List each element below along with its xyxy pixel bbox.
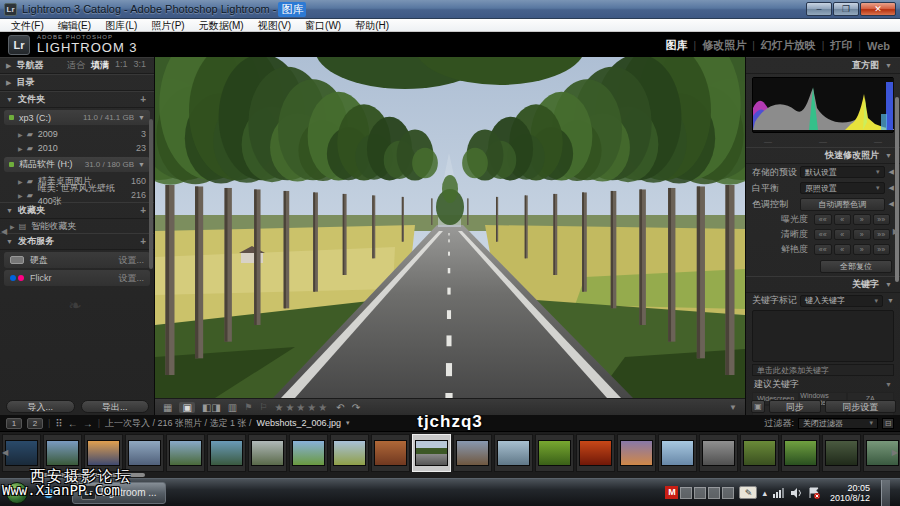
reset-all-button[interactable]: 全部复位 — [820, 260, 892, 273]
volume-row[interactable]: 精品软件 (H:)31.0 / 180 GB▼ — [4, 157, 150, 172]
language-bar-button[interactable] — [680, 487, 692, 499]
navigator-zoom-1:1[interactable]: 1:1 — [115, 59, 128, 72]
filmstrip-thumbnail[interactable] — [289, 434, 328, 472]
survey-view-icon[interactable]: ▥ — [228, 402, 237, 413]
right-panel-scrollbar[interactable] — [895, 97, 899, 282]
restore-button[interactable]: ❐ — [833, 2, 859, 16]
tray-expand-icon[interactable]: ▴ — [762, 488, 767, 498]
auto-tone-button[interactable]: 自动调整色调 — [800, 198, 885, 211]
show-desktop-button[interactable] — [881, 480, 890, 506]
folder-row[interactable]: ▶▰201023 — [0, 141, 154, 155]
catalog-section-header[interactable]: ▶ 目录 — [0, 74, 154, 91]
loupe-view-icon[interactable]: ▣ — [179, 402, 194, 413]
quickdevelop-section-header[interactable]: 快速修改照片 ▼ — [746, 147, 900, 164]
grid-view-icon[interactable]: ▦ — [163, 402, 172, 413]
stepper-button[interactable]: »» — [873, 229, 891, 240]
publish-row-硬盘[interactable]: 硬盘设置... — [4, 252, 150, 268]
stepper-button[interactable]: «« — [814, 214, 832, 225]
left-panel-collapse-icon[interactable]: ◀ — [1, 227, 7, 236]
histogram[interactable] — [752, 77, 894, 133]
expand-triangle-icon[interactable]: ◀ — [889, 168, 894, 176]
expand-triangle-icon[interactable]: ▶ — [18, 178, 23, 185]
keywording-section-header[interactable]: 关键字 ▼ — [746, 276, 900, 293]
filmstrip-thumbnail[interactable] — [699, 434, 738, 472]
expand-triangle-icon[interactable]: ▶ — [18, 192, 23, 199]
filmstrip-thumbnail[interactable] — [781, 434, 820, 472]
menu-item-照片(P)[interactable]: 照片(P) — [144, 19, 191, 32]
speaker-icon[interactable] — [790, 487, 803, 499]
folder-row[interactable]: ▶▰唯美: 世界风光壁纸 400张216 — [0, 188, 154, 202]
language-bar-button[interactable] — [694, 487, 706, 499]
module-tab-幻灯片放映[interactable]: 幻灯片放映 — [761, 38, 816, 53]
filmstrip-thumbnail[interactable] — [617, 434, 656, 472]
minimize-button[interactable]: – — [806, 2, 832, 16]
menu-item-编辑(E)[interactable]: 编辑(E) — [51, 19, 98, 32]
flag-reject-icon[interactable]: ⚐ — [259, 402, 267, 412]
module-tab-修改照片[interactable]: 修改照片 — [702, 38, 746, 53]
stepper-button[interactable]: « — [834, 244, 852, 255]
keyword-entry-area[interactable] — [752, 310, 894, 362]
filmstrip-thumbnail[interactable] — [658, 434, 697, 472]
menu-item-视图(V)[interactable]: 视图(V) — [251, 19, 298, 32]
filmstrip-thumbnail[interactable] — [248, 434, 287, 472]
language-bar-button[interactable] — [722, 487, 734, 499]
expand-triangle-icon[interactable]: ▶ — [10, 223, 15, 230]
filmstrip-thumbnail[interactable] — [207, 434, 246, 472]
module-tab-图库[interactable]: 图库 — [666, 38, 688, 53]
rotate-left-icon[interactable]: ↶ — [336, 402, 344, 413]
filmstrip-thumbnail[interactable] — [371, 434, 410, 472]
publish-section-header[interactable]: ▼ 发布服务 + — [0, 233, 154, 250]
filmstrip-left-arrow-icon[interactable]: ◀ — [2, 448, 8, 457]
filmstrip-thumbnail[interactable] — [166, 434, 205, 472]
module-tab-打印[interactable]: 打印 — [830, 38, 852, 53]
action-center-flag-icon[interactable] — [808, 487, 821, 499]
filmstrip-thumbnail[interactable] — [330, 434, 369, 472]
stepper-button[interactable]: «« — [814, 244, 832, 255]
filmstrip-thumbnail[interactable] — [576, 434, 615, 472]
menu-item-元数据(M)[interactable]: 元数据(M) — [192, 19, 251, 32]
language-bar[interactable]: M — [665, 486, 734, 499]
expand-triangle-icon[interactable]: ▶ — [18, 131, 23, 138]
stepper-button[interactable]: «« — [814, 229, 832, 240]
add-keyword-field[interactable]: 单击此处添加关键字 — [752, 364, 894, 376]
filmstrip-thumbnail[interactable] — [740, 434, 779, 472]
navigator-zoom-3:1[interactable]: 3:1 — [133, 59, 146, 72]
menu-item-图库(L)[interactable]: 图库(L) — [98, 19, 144, 32]
module-tab-Web[interactable]: Web — [867, 40, 890, 52]
stepper-button[interactable]: » — [853, 214, 871, 225]
filmstrip-thumbnail-selected[interactable] — [412, 434, 451, 472]
navigator-zoom-填满[interactable]: 填满 — [91, 59, 109, 72]
filmstrip-right-arrow-icon[interactable]: ▶ — [892, 448, 898, 457]
flag-pick-icon[interactable]: ⚑ — [244, 402, 252, 412]
volume-row[interactable]: xp3 (C:)11.0 / 41.1 GB▼ — [4, 110, 150, 125]
saved-preset-dropdown[interactable]: 默认设置▾ — [800, 166, 885, 178]
add-folder-icon[interactable]: + — [140, 94, 146, 105]
folder-row[interactable]: ▶▰20093 — [0, 127, 154, 141]
filmstrip-thumbnail[interactable] — [535, 434, 574, 472]
stepper-button[interactable]: »» — [873, 214, 891, 225]
menu-item-文件(F)[interactable]: 文件(F) — [4, 19, 51, 32]
navigator-section-header[interactable]: ▶ 导航器 适合填满1:13:1 — [0, 57, 154, 74]
folders-section-header[interactable]: ▼ 文件夹 + — [0, 91, 154, 108]
filmstrip-thumbnail[interactable] — [494, 434, 533, 472]
close-button[interactable]: ✕ — [860, 2, 896, 16]
menu-item-窗口(W)[interactable]: 窗口(W) — [298, 19, 348, 32]
language-bar-button[interactable] — [708, 487, 720, 499]
expand-triangle-icon[interactable]: ◀ — [889, 184, 894, 192]
publish-row-Flickr[interactable]: Flickr设置... — [4, 270, 150, 286]
toolbar-options-icon[interactable]: ▼ — [729, 403, 737, 412]
navigator-zoom-适合[interactable]: 适合 — [67, 59, 85, 72]
rotate-right-icon[interactable]: ↷ — [352, 402, 360, 413]
language-bar-m-icon[interactable]: M — [665, 486, 678, 499]
stepper-button[interactable]: « — [834, 229, 852, 240]
expand-triangle-icon[interactable]: ◀ — [889, 200, 894, 208]
publish-settings-link[interactable]: 设置... — [118, 272, 144, 285]
publish-settings-link[interactable]: 设置... — [118, 254, 144, 267]
network-icon[interactable] — [772, 487, 785, 499]
white-balance-dropdown[interactable]: 原照设置▾ — [800, 182, 885, 194]
main-photo-view[interactable] — [155, 57, 745, 398]
stepper-button[interactable]: « — [834, 214, 852, 225]
filmstrip-thumbnail[interactable] — [822, 434, 861, 472]
tablet-input-icon[interactable]: ✎ — [739, 486, 757, 499]
collection-row[interactable]: ▶▤智能收藏夹 — [0, 219, 154, 233]
